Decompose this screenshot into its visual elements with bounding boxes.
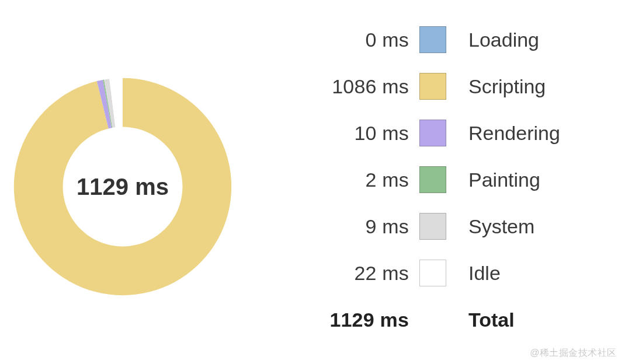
legend-swatch-painting [419,166,446,193]
donut-chart-area: 1129 ms [0,0,251,364]
legend-label: Loading [468,29,602,51]
legend-total-label: Total [468,309,602,331]
legend-label: Rendering [468,122,602,145]
performance-summary: 1129 ms 0 ms Loading 1086 ms Scripting 1… [0,0,625,364]
legend-row-idle: 22 ms Idle [280,250,602,296]
legend-swatch-rendering [419,120,446,146]
legend-label: Scripting [468,75,602,98]
legend-row-scripting: 1086 ms Scripting [280,63,602,110]
legend-row-loading: 0 ms Loading [280,16,602,63]
legend-swatch-scripting [419,73,446,100]
legend-total-spacer [419,306,446,333]
legend-value: 22 ms [280,262,419,285]
legend-total-value: 1129 ms [280,309,419,331]
legend-row-system: 9 ms System [280,203,602,250]
legend-value: 0 ms [280,29,419,51]
legend-row-painting: 2 ms Painting [280,156,602,203]
legend-label: System [468,215,602,238]
legend-label: Idle [468,262,602,285]
legend: 0 ms Loading 1086 ms Scripting 10 ms Ren… [251,0,625,343]
legend-row-rendering: 10 ms Rendering [280,110,602,156]
legend-row-total: 1129 ms Total [280,296,602,343]
legend-label: Painting [468,169,602,191]
legend-value: 2 ms [280,169,419,191]
legend-swatch-loading [419,26,446,53]
legend-value: 1086 ms [280,75,419,98]
legend-value: 10 ms [280,122,419,145]
donut-chart: 1129 ms [12,76,234,298]
legend-swatch-idle [419,260,446,286]
legend-swatch-system [419,213,446,240]
donut-svg [12,76,234,298]
legend-value: 9 ms [280,215,419,238]
